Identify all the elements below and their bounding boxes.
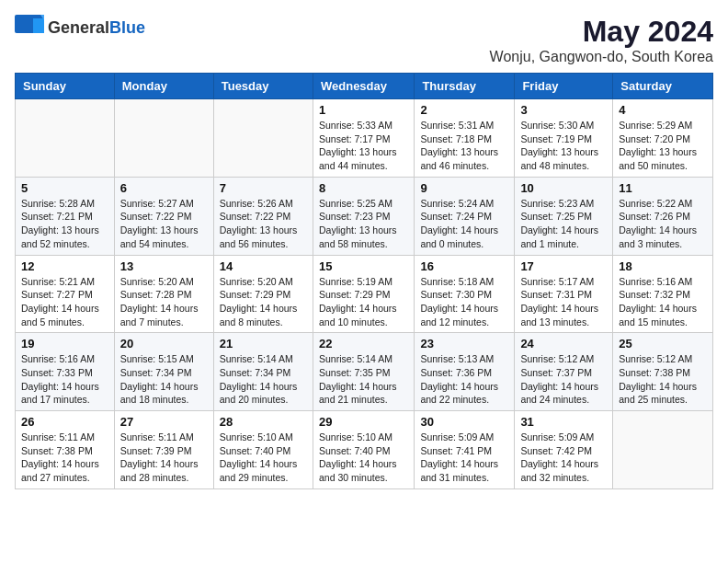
- calendar-cell: 15Sunrise: 5:19 AMSunset: 7:29 PMDayligh…: [313, 255, 414, 333]
- week-row-4: 19Sunrise: 5:16 AMSunset: 7:33 PMDayligh…: [16, 333, 713, 411]
- calendar-cell: 3Sunrise: 5:30 AMSunset: 7:19 PMDaylight…: [515, 99, 613, 178]
- day-info: Sunrise: 5:26 AMSunset: 7:22 PMDaylight:…: [220, 197, 307, 251]
- day-info: Sunrise: 5:33 AMSunset: 7:17 PMDaylight:…: [319, 119, 408, 173]
- day-info: Sunrise: 5:14 AMSunset: 7:35 PMDaylight:…: [319, 352, 408, 407]
- day-number: 8: [319, 181, 408, 195]
- calendar-cell: 16Sunrise: 5:18 AMSunset: 7:30 PMDayligh…: [415, 255, 515, 333]
- calendar-cell: 23Sunrise: 5:13 AMSunset: 7:36 PMDayligh…: [415, 333, 515, 411]
- day-number: 15: [319, 259, 408, 273]
- day-number: 5: [21, 181, 108, 195]
- day-header-wednesday: Wednesday: [313, 74, 414, 99]
- logo-icon: [15, 15, 44, 40]
- day-info: Sunrise: 5:23 AMSunset: 7:25 PMDaylight:…: [520, 197, 607, 251]
- header: GeneralBlue May 2024 Wonju, Gangwon-do, …: [15, 15, 713, 65]
- day-number: 11: [619, 181, 707, 195]
- day-number: 3: [520, 103, 607, 117]
- day-info: Sunrise: 5:12 AMSunset: 7:37 PMDaylight:…: [520, 352, 607, 407]
- calendar-cell: 10Sunrise: 5:23 AMSunset: 7:25 PMDayligh…: [515, 177, 613, 255]
- day-number: 29: [319, 415, 408, 429]
- calendar-cell: 12Sunrise: 5:21 AMSunset: 7:27 PMDayligh…: [16, 255, 115, 333]
- title-section: May 2024 Wonju, Gangwon-do, South Korea: [490, 15, 713, 65]
- calendar-cell: 28Sunrise: 5:10 AMSunset: 7:40 PMDayligh…: [213, 411, 313, 489]
- calendar-cell: [114, 99, 213, 178]
- day-number: 14: [220, 259, 307, 273]
- day-info: Sunrise: 5:27 AMSunset: 7:22 PMDaylight:…: [120, 197, 208, 251]
- day-info: Sunrise: 5:31 AMSunset: 7:18 PMDaylight:…: [420, 119, 508, 173]
- day-number: 9: [420, 181, 508, 195]
- day-info: Sunrise: 5:21 AMSunset: 7:27 PMDaylight:…: [21, 275, 108, 329]
- day-info: Sunrise: 5:16 AMSunset: 7:32 PMDaylight:…: [619, 275, 707, 329]
- day-info: Sunrise: 5:11 AMSunset: 7:39 PMDaylight:…: [120, 431, 208, 485]
- day-header-friday: Friday: [515, 74, 613, 99]
- calendar-cell: 31Sunrise: 5:09 AMSunset: 7:42 PMDayligh…: [515, 411, 613, 489]
- day-info: Sunrise: 5:09 AMSunset: 7:41 PMDaylight:…: [420, 431, 508, 485]
- calendar-cell: 7Sunrise: 5:26 AMSunset: 7:22 PMDaylight…: [213, 177, 313, 255]
- day-info: Sunrise: 5:11 AMSunset: 7:38 PMDaylight:…: [21, 431, 108, 485]
- week-row-3: 12Sunrise: 5:21 AMSunset: 7:27 PMDayligh…: [16, 255, 713, 333]
- calendar-table: SundayMondayTuesdayWednesdayThursdayFrid…: [15, 73, 713, 489]
- day-header-tuesday: Tuesday: [213, 74, 313, 99]
- week-row-2: 5Sunrise: 5:28 AMSunset: 7:21 PMDaylight…: [16, 177, 713, 255]
- calendar-cell: 5Sunrise: 5:28 AMSunset: 7:21 PMDaylight…: [16, 177, 115, 255]
- calendar-cell: 18Sunrise: 5:16 AMSunset: 7:32 PMDayligh…: [613, 255, 713, 333]
- day-number: 12: [21, 259, 108, 273]
- calendar-title: May 2024: [490, 15, 713, 49]
- day-number: 2: [420, 103, 508, 117]
- calendar-cell: 1Sunrise: 5:33 AMSunset: 7:17 PMDaylight…: [313, 99, 414, 178]
- week-row-1: 1Sunrise: 5:33 AMSunset: 7:17 PMDaylight…: [16, 99, 713, 178]
- day-number: 25: [619, 337, 707, 350]
- day-number: 19: [21, 337, 108, 350]
- logo-text: GeneralBlue: [48, 18, 145, 38]
- day-number: 26: [21, 415, 108, 429]
- calendar-cell: [213, 99, 313, 178]
- day-info: Sunrise: 5:09 AMSunset: 7:42 PMDaylight:…: [520, 431, 607, 485]
- day-number: 18: [619, 259, 707, 273]
- calendar-cell: [613, 411, 713, 489]
- day-info: Sunrise: 5:28 AMSunset: 7:21 PMDaylight:…: [21, 197, 108, 251]
- calendar-cell: 22Sunrise: 5:14 AMSunset: 7:35 PMDayligh…: [313, 333, 414, 411]
- calendar-cell: 29Sunrise: 5:10 AMSunset: 7:40 PMDayligh…: [313, 411, 414, 489]
- day-info: Sunrise: 5:14 AMSunset: 7:34 PMDaylight:…: [220, 352, 307, 407]
- day-number: 27: [120, 415, 208, 429]
- day-number: 23: [420, 337, 508, 350]
- day-info: Sunrise: 5:16 AMSunset: 7:33 PMDaylight:…: [21, 352, 108, 407]
- calendar-subtitle: Wonju, Gangwon-do, South Korea: [490, 49, 713, 65]
- day-number: 24: [520, 337, 607, 350]
- calendar-cell: 27Sunrise: 5:11 AMSunset: 7:39 PMDayligh…: [114, 411, 213, 489]
- calendar-cell: 4Sunrise: 5:29 AMSunset: 7:20 PMDaylight…: [613, 99, 713, 178]
- calendar-cell: 19Sunrise: 5:16 AMSunset: 7:33 PMDayligh…: [16, 333, 115, 411]
- calendar-cell: 20Sunrise: 5:15 AMSunset: 7:34 PMDayligh…: [114, 333, 213, 411]
- day-number: 17: [520, 259, 607, 273]
- day-header-saturday: Saturday: [613, 74, 713, 99]
- day-info: Sunrise: 5:10 AMSunset: 7:40 PMDaylight:…: [319, 431, 408, 485]
- calendar-cell: 30Sunrise: 5:09 AMSunset: 7:41 PMDayligh…: [415, 411, 515, 489]
- day-info: Sunrise: 5:25 AMSunset: 7:23 PMDaylight:…: [319, 197, 408, 251]
- day-number: 10: [520, 181, 607, 195]
- calendar-cell: 26Sunrise: 5:11 AMSunset: 7:38 PMDayligh…: [16, 411, 115, 489]
- day-number: 28: [220, 415, 307, 429]
- calendar-cell: 11Sunrise: 5:22 AMSunset: 7:26 PMDayligh…: [613, 177, 713, 255]
- day-info: Sunrise: 5:24 AMSunset: 7:24 PMDaylight:…: [420, 197, 508, 251]
- calendar-cell: 6Sunrise: 5:27 AMSunset: 7:22 PMDaylight…: [114, 177, 213, 255]
- day-info: Sunrise: 5:22 AMSunset: 7:26 PMDaylight:…: [619, 197, 707, 251]
- day-info: Sunrise: 5:19 AMSunset: 7:29 PMDaylight:…: [319, 275, 408, 329]
- day-number: 7: [220, 181, 307, 195]
- day-info: Sunrise: 5:15 AMSunset: 7:34 PMDaylight:…: [120, 352, 208, 407]
- calendar-cell: 21Sunrise: 5:14 AMSunset: 7:34 PMDayligh…: [213, 333, 313, 411]
- day-info: Sunrise: 5:17 AMSunset: 7:31 PMDaylight:…: [520, 275, 607, 329]
- calendar-cell: 2Sunrise: 5:31 AMSunset: 7:18 PMDaylight…: [415, 99, 515, 178]
- day-header-monday: Monday: [114, 74, 213, 99]
- day-info: Sunrise: 5:20 AMSunset: 7:28 PMDaylight:…: [120, 275, 208, 329]
- day-number: 20: [120, 337, 208, 350]
- day-info: Sunrise: 5:20 AMSunset: 7:29 PMDaylight:…: [220, 275, 307, 329]
- calendar-cell: 13Sunrise: 5:20 AMSunset: 7:28 PMDayligh…: [114, 255, 213, 333]
- day-info: Sunrise: 5:29 AMSunset: 7:20 PMDaylight:…: [619, 119, 707, 173]
- day-number: 21: [220, 337, 307, 350]
- logo-general: General: [48, 18, 109, 37]
- calendar-cell: 14Sunrise: 5:20 AMSunset: 7:29 PMDayligh…: [213, 255, 313, 333]
- calendar-cell: 24Sunrise: 5:12 AMSunset: 7:37 PMDayligh…: [515, 333, 613, 411]
- day-info: Sunrise: 5:18 AMSunset: 7:30 PMDaylight:…: [420, 275, 508, 329]
- day-number: 22: [319, 337, 408, 350]
- calendar-cell: 9Sunrise: 5:24 AMSunset: 7:24 PMDaylight…: [415, 177, 515, 255]
- day-info: Sunrise: 5:30 AMSunset: 7:19 PMDaylight:…: [520, 119, 607, 173]
